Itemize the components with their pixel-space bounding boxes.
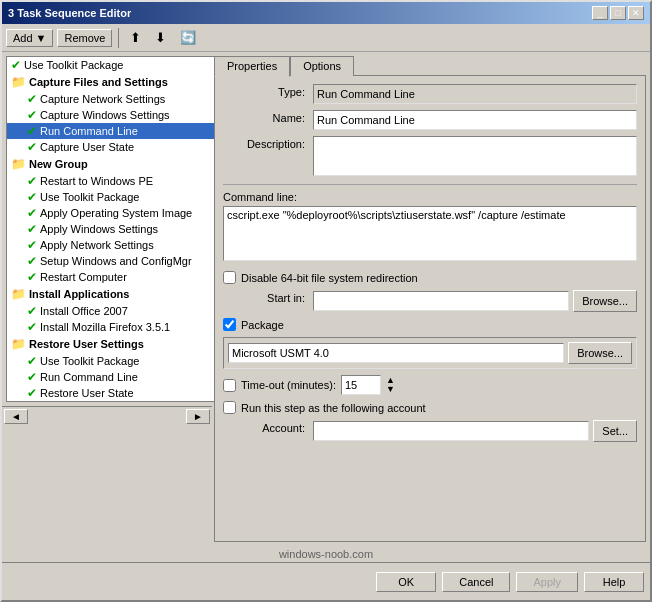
command-line-label: Command line: [223, 191, 637, 203]
remove-button[interactable]: Remove [57, 29, 112, 47]
tree-item[interactable]: ✔Apply Operating System Image [7, 205, 215, 221]
tree-item[interactable]: ✔Use Toolkit Package [7, 353, 215, 369]
tree-group[interactable]: 📁Restore User Settings [7, 335, 215, 353]
check-icon: ✔ [27, 270, 37, 284]
right-panel: Properties Options Type: Name: [214, 56, 646, 542]
package-label: Package [241, 319, 284, 331]
minimize-button[interactable]: _ [592, 6, 608, 20]
tree-item[interactable]: ✔Capture User State [7, 139, 215, 155]
timeout-checkbox[interactable] [223, 379, 236, 392]
tree-item-label: Install Mozilla Firefox 3.5.1 [40, 321, 170, 333]
timeout-input[interactable] [341, 375, 381, 395]
group-folder-icon: 📁 [11, 157, 26, 171]
tree-group[interactable]: 📁Install Applications [7, 285, 215, 303]
start-in-row: Start in: Browse... [223, 290, 637, 312]
package-input-row: Browse... [228, 342, 632, 364]
account-field: Set... [313, 420, 637, 442]
command-textarea[interactable] [223, 206, 637, 261]
start-in-input[interactable] [313, 291, 569, 311]
tab-content-properties: Type: Name: Description: [214, 75, 646, 542]
main-content: ✔Use Toolkit Package📁Capture Files and S… [2, 52, 650, 546]
disable-64bit-label: Disable 64-bit file system redirection [241, 272, 418, 284]
tree-item[interactable]: ✔Apply Windows Settings [7, 221, 215, 237]
check-icon: ✔ [27, 108, 37, 122]
check-icon: ✔ [27, 222, 37, 236]
check-icon: ✔ [27, 206, 37, 220]
help-button[interactable]: Help [584, 572, 644, 592]
tree-group-label: Capture Files and Settings [29, 76, 168, 88]
tree-item[interactable]: ✔Run Command Line [7, 369, 215, 385]
tree-item-label: Install Office 2007 [40, 305, 128, 317]
dropdown-arrow-icon: ▼ [36, 32, 47, 44]
account-input[interactable] [313, 421, 589, 441]
package-input[interactable] [228, 343, 564, 363]
description-input[interactable] [313, 136, 637, 176]
check-icon: ✔ [11, 58, 21, 72]
tree-item[interactable]: ✔Restart Computer [7, 269, 215, 285]
apply-button[interactable]: Apply [516, 572, 578, 592]
refresh-button[interactable]: 🔄 [175, 27, 201, 48]
move-down-button[interactable]: ⬇ [150, 27, 171, 48]
tree-item[interactable]: ✔Apply Network Settings [7, 237, 215, 253]
tree-item[interactable]: ✔Run Command Line [7, 123, 215, 139]
ok-button[interactable]: OK [376, 572, 436, 592]
browse1-button[interactable]: Browse... [573, 290, 637, 312]
move-up-button[interactable]: ⬆ [125, 27, 146, 48]
name-input[interactable] [313, 110, 637, 130]
description-row: Description: [223, 136, 637, 178]
tree-item[interactable]: ✔Use Toolkit Package [7, 189, 215, 205]
name-row: Name: [223, 110, 637, 130]
tree-group-label: Install Applications [29, 288, 129, 300]
tree-item[interactable]: ✔Setup Windows and ConfigMgr [7, 253, 215, 269]
disable-64bit-row: Disable 64-bit file system redirection [223, 271, 637, 284]
name-field [313, 110, 637, 130]
tree-item[interactable]: ✔Capture Network Settings [7, 91, 215, 107]
add-button[interactable]: Add ▼ [6, 29, 53, 47]
tree-item[interactable]: ✔Use Toolkit Package [7, 57, 215, 73]
set-button[interactable]: Set... [593, 420, 637, 442]
scroll-left-button[interactable]: ◄ [4, 409, 28, 424]
cancel-button[interactable]: Cancel [442, 572, 510, 592]
watermark-text: windows-noob.com [2, 546, 650, 562]
command-line-area [223, 206, 637, 263]
tree-item-label: Use Toolkit Package [40, 191, 139, 203]
tab-properties[interactable]: Properties [214, 56, 290, 77]
tree-item-label: Restart Computer [40, 271, 127, 283]
tree-item-label: Run Command Line [40, 371, 138, 383]
check-icon: ✔ [27, 320, 37, 334]
tree-item[interactable]: ✔Restart to Windows PE [7, 173, 215, 189]
check-icon: ✔ [27, 140, 37, 154]
package-checkbox[interactable] [223, 318, 236, 331]
tab-options[interactable]: Options [290, 56, 354, 76]
left-panel-nav: ◄ ► [2, 406, 212, 426]
tree-item[interactable]: ✔Install Office 2007 [7, 303, 215, 319]
browse2-button[interactable]: Browse... [568, 342, 632, 364]
close-button[interactable]: ✕ [628, 6, 644, 20]
disable-64bit-checkbox[interactable] [223, 271, 236, 284]
title-bar: 3 Task Sequence Editor _ □ ✕ [2, 2, 650, 24]
account-row: Account: Set... [223, 420, 637, 442]
tree-item[interactable]: ✔Install Mozilla Firefox 3.5.1 [7, 319, 215, 335]
main-window: 3 Task Sequence Editor _ □ ✕ Add ▼ Remov… [0, 0, 652, 602]
maximize-button[interactable]: □ [610, 6, 626, 20]
type-row: Type: [223, 84, 637, 104]
run-as-checkbox[interactable] [223, 401, 236, 414]
task-sequence-tree[interactable]: ✔Use Toolkit Package📁Capture Files and S… [6, 56, 216, 402]
tree-group[interactable]: 📁New Group [7, 155, 215, 173]
tree-item[interactable]: ✔Restore User State [7, 385, 215, 401]
check-icon: ✔ [27, 92, 37, 106]
tree-item[interactable]: ✔Capture Windows Settings [7, 107, 215, 123]
left-section: ✔Use Toolkit Package📁Capture Files and S… [2, 52, 212, 546]
name-label: Name: [223, 110, 313, 124]
type-input[interactable] [313, 84, 637, 104]
check-icon: ✔ [27, 386, 37, 400]
tree-item-label: Run Command Line [40, 125, 138, 137]
tree-group[interactable]: 📁Capture Files and Settings [7, 73, 215, 91]
spinner-icon: ▲▼ [386, 376, 395, 394]
check-icon: ✔ [27, 304, 37, 318]
tree-group-label: Restore User Settings [29, 338, 144, 350]
type-field [313, 84, 637, 104]
scroll-right-button[interactable]: ► [186, 409, 210, 424]
start-in-field: Browse... [313, 290, 637, 312]
tree-item-label: Capture Network Settings [40, 93, 165, 105]
